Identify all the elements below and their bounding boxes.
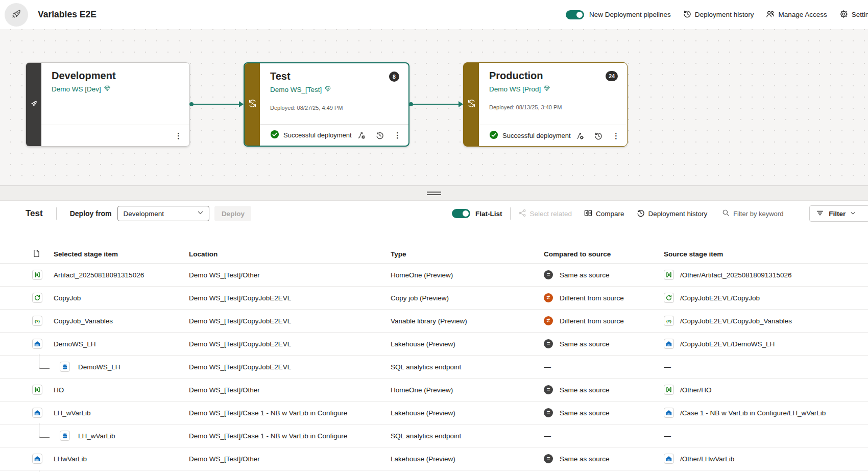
deployment-history-button[interactable]: Deployment history <box>637 209 708 219</box>
table-row[interactable]: CopyJobDemo WS_[Test]/CopyJobE2EVLCopy j… <box>0 287 868 310</box>
row-icon-cell <box>26 408 54 418</box>
item-name: Artifact_20250818091315026 <box>54 271 144 279</box>
table-row[interactable]: HODemo WS_[Test]/OtherHomeOne (Preview)=… <box>0 379 868 402</box>
check-circle-icon <box>489 130 498 141</box>
flat-list-label: Flat-List <box>475 210 502 218</box>
table-row[interactable]: DemoWS_LHDemo WS_[Test]/CopyJobE2EVLSQL … <box>0 356 868 379</box>
chevron-down-icon <box>850 210 856 218</box>
gem-icon <box>543 85 550 93</box>
table-row[interactable]: Artifact_20250818091315026Demo WS_[Test]… <box>0 264 868 287</box>
source-path: /Other/HO <box>680 386 712 394</box>
stage-title: Test <box>270 70 291 82</box>
history-icon[interactable] <box>593 131 604 141</box>
search-icon <box>722 209 730 219</box>
same-as-source-icon: = <box>544 339 553 348</box>
history-icon[interactable] <box>375 130 385 140</box>
stage-card-production[interactable]: Production 24 Demo WS [Prod] Deployed: 0… <box>463 62 628 147</box>
deploy-settings-icon[interactable] <box>356 130 366 140</box>
column-compared-to-source[interactable]: Compared to source <box>544 250 664 258</box>
table-row[interactable]: {x}CopyJob_VariablesDemo WS_[Test]/CopyJ… <box>0 310 868 333</box>
toolbar-right: Flat-List Select related Compare Deploym… <box>452 201 868 226</box>
deploy-button[interactable]: Deploy <box>214 206 251 221</box>
item-name: DemoWS_LH <box>54 340 96 348</box>
lakehouse-icon <box>664 454 674 464</box>
workspace-link-dev[interactable]: Demo WS [Dev] <box>52 85 111 93</box>
same-as-source-icon: = <box>544 270 553 279</box>
item-name-cell: CopyJob <box>54 294 189 302</box>
filter-button[interactable]: Filter <box>809 205 868 222</box>
filter-icon <box>816 209 824 219</box>
flat-list-toggle[interactable] <box>452 209 470 218</box>
compared-to-source-cell: =Same as source <box>544 385 664 394</box>
compared-to-source-cell: — <box>544 363 664 371</box>
deploy-from-label: Deploy from <box>70 209 112 218</box>
table-row[interactable]: LHwVarLibDemo WS_[Test]/OtherLakehouse (… <box>0 447 868 470</box>
deploy-settings-icon[interactable] <box>574 131 585 141</box>
column-type[interactable]: Type <box>391 250 544 258</box>
item-location: Demo WS_[Test]/Other <box>189 455 391 463</box>
column-selected-stage-item[interactable]: Selected stage item <box>54 250 189 258</box>
workspace-link-prod[interactable]: Demo WS [Prod] <box>489 85 550 93</box>
rocket-icon <box>11 8 22 21</box>
stage-more-button[interactable]: ⋮ <box>394 131 401 139</box>
selected-stage-title: Test <box>26 208 43 219</box>
gem-icon <box>324 85 331 94</box>
settings-button[interactable]: Settings <box>839 10 868 20</box>
compared-label: Same as source <box>560 455 610 463</box>
sql-endpoint-icon <box>60 431 70 441</box>
source-path: /Other/Artifact_20250818091315026 <box>680 271 791 279</box>
table-row[interactable]: DemoWS_LHDemo WS_[Test]/CopyJobE2EVLLake… <box>0 333 868 356</box>
item-type: SQL analytics endpoint <box>391 363 544 371</box>
source-stage-item-cell: /Other/LHwVarLib <box>664 454 868 464</box>
stage-rail-test <box>245 63 260 146</box>
stage-title: Production <box>489 70 543 82</box>
deployed-timestamp: Deployed: 08/13/25, 3:40 PM <box>489 104 618 110</box>
source-stage-item-cell: /CopyJobE2EVL/CopyJob <box>664 293 868 303</box>
new-pipelines-toggle[interactable] <box>566 10 584 19</box>
stage-rail-production <box>464 63 479 146</box>
same-as-source-icon: = <box>544 408 553 417</box>
copyjob-icon <box>32 293 42 303</box>
source-path: /CopyJobE2EVL/CopyJob_Variables <box>680 317 792 325</box>
deployment-history-button[interactable]: Deployment history <box>683 10 754 19</box>
stage-card-development[interactable]: Development Demo WS [Dev] ⋮ <box>26 62 190 147</box>
filter-keyword-input[interactable] <box>733 210 789 218</box>
app-root: Variables E2E New Deployment pipelines D… <box>0 0 868 472</box>
compared-to-source-cell: — <box>544 432 664 440</box>
item-type: SQL analytics endpoint <box>391 432 544 440</box>
deploy-from-dropdown[interactable]: Development <box>117 206 209 221</box>
table-row[interactable]: LH_wVarLibDemo WS_[Test]/Case 1 - NB w V… <box>0 424 868 447</box>
stage-card-test[interactable]: Test 8 Demo WS_[Test] Deployed: 08/27/25… <box>244 62 409 147</box>
homeone-icon <box>32 385 42 395</box>
select-related-label: Select related <box>530 210 572 218</box>
source-path: /CopyJobE2EVL/CopyJob <box>680 294 760 302</box>
gem-icon <box>104 85 111 93</box>
empty-value: — <box>544 363 551 371</box>
lakehouse-icon <box>664 408 674 418</box>
item-name: CopyJob_Variables <box>54 317 113 325</box>
column-source-stage-item[interactable]: Source stage item <box>664 250 868 258</box>
split-resize-handle[interactable] <box>427 192 441 195</box>
sql-endpoint-icon <box>60 362 70 372</box>
compare-button[interactable]: Compare <box>584 209 624 219</box>
column-location[interactable]: Location <box>189 250 391 258</box>
stage-more-button[interactable]: ⋮ <box>175 132 182 139</box>
variable-library-icon: {x} <box>32 316 42 326</box>
deployment-status: Successful deployment <box>270 130 352 140</box>
source-stage-item-cell: — <box>664 432 868 440</box>
stage-item-count-badge: 8 <box>389 72 399 82</box>
select-related-button[interactable]: Select related <box>518 209 572 219</box>
stage-rail-development <box>26 63 41 146</box>
table-row[interactable]: LH_wVarLibDemo WS_[Test]/Case 1 - NB w V… <box>0 402 868 424</box>
manage-access-button[interactable]: Manage Access <box>766 10 827 20</box>
item-name-cell: Artifact_20250818091315026 <box>54 271 189 279</box>
item-name: LHwVarLib <box>54 455 87 463</box>
svg-text:{x}: {x} <box>666 319 671 323</box>
workspace-link-test[interactable]: Demo WS_[Test] <box>270 85 331 94</box>
different-from-source-icon: ≠ <box>544 293 553 302</box>
compared-label: Same as source <box>560 409 610 417</box>
empty-value: — <box>664 363 671 371</box>
stage-more-button[interactable]: ⋮ <box>612 132 620 139</box>
workspace-name: Demo WS_[Test] <box>270 86 322 93</box>
stage-toolbar: Test Deploy from Development Deploy Flat… <box>0 201 868 226</box>
